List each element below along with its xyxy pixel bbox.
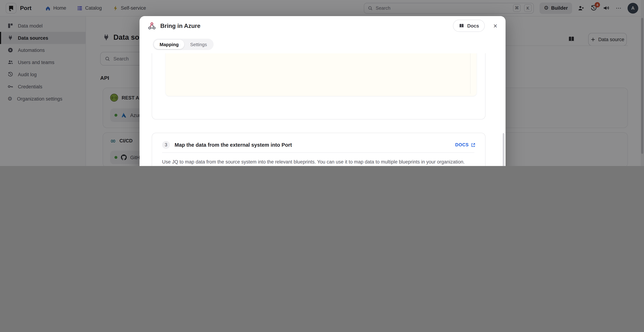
mapping-editor-preview[interactable] <box>166 53 476 96</box>
step-number-badge: 3 <box>162 141 170 149</box>
docs-link[interactable]: DOCS <box>455 142 476 148</box>
modal-title: Bring in Azure <box>160 22 200 29</box>
step-description: Use JQ to map data from the source syste… <box>162 158 470 166</box>
close-icon[interactable]: × <box>494 22 497 29</box>
step-heading: Map the data from the external system in… <box>174 142 292 148</box>
modal-scrollbar-thumb[interactable] <box>503 133 504 166</box>
bring-in-azure-modal: Bring in Azure Docs × Mapping Settings 3 <box>140 16 506 166</box>
app-window: Port Home Catalog Self-service Search ⌘ … <box>0 0 644 166</box>
modal-content: 3 Map the data from the external system … <box>140 53 506 166</box>
editor-scroll-track <box>470 53 470 94</box>
modal-tabs: Mapping Settings <box>153 39 214 50</box>
docs-button[interactable]: Docs <box>453 20 485 32</box>
map-data-section-card: 3 Map the data from the external system … <box>152 133 486 166</box>
tab-mapping[interactable]: Mapping <box>154 40 184 49</box>
external-link-icon <box>471 142 476 147</box>
book-icon <box>459 23 464 28</box>
modal-header: Bring in Azure Docs × <box>140 16 506 36</box>
mapping-section-card-partial <box>152 53 486 120</box>
webhook-icon <box>148 22 156 30</box>
section-divider <box>162 152 474 153</box>
tab-settings[interactable]: Settings <box>184 40 213 49</box>
